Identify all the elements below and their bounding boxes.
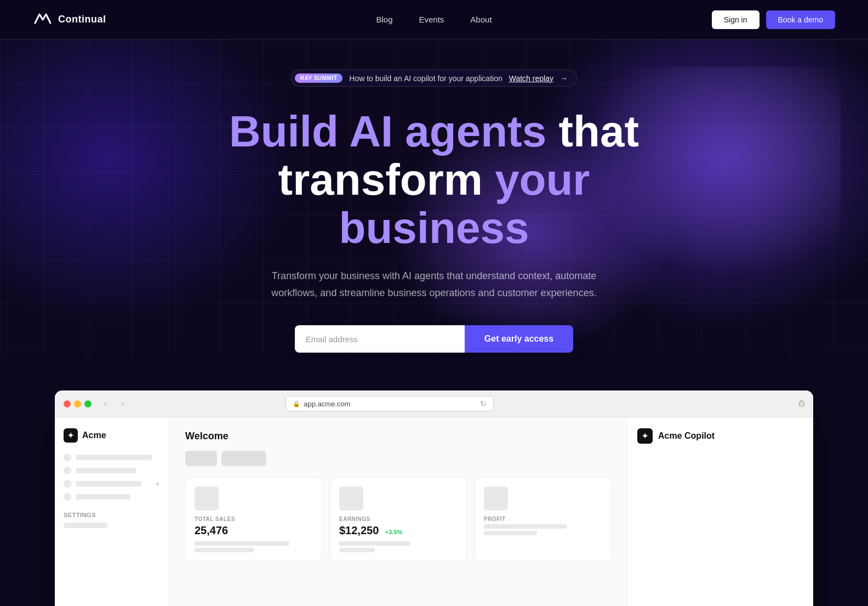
welcome-pill-2	[221, 451, 266, 466]
hero-section: RAY SUMMIT How to build an AI copilot fo…	[0, 39, 868, 358]
sidebar-row-1	[64, 454, 161, 461]
stat-sk-2b	[339, 548, 375, 552]
stat-label-3: PROFIT	[484, 516, 602, 522]
headline-line2: transform your business	[187, 156, 681, 252]
browser-forward-button[interactable]: ›	[116, 397, 130, 411]
stat-badge-earnings: +3.5%	[385, 529, 403, 535]
sk-bar-3	[76, 481, 141, 486]
stat-thumb-2	[339, 486, 363, 511]
hero-subtext: Transform your business with AI agents t…	[264, 268, 604, 301]
stat-bar-1	[195, 541, 313, 552]
signin-button[interactable]: Sign in	[712, 10, 760, 29]
banner-arrow: →	[560, 74, 568, 83]
stat-label-2: EARNINGS	[339, 516, 458, 522]
sk-dot-1	[64, 454, 71, 461]
traffic-light-yellow[interactable]	[74, 400, 81, 407]
sk-dot-4	[64, 493, 71, 501]
browser-window: ‹ › 🔒 app.acme.com ↻ ⎙ ✦ Acme	[55, 390, 813, 606]
sidebar-row-2	[64, 467, 161, 474]
welcome-pills	[185, 451, 612, 466]
sidebar-nav-skeleton: ▼	[64, 454, 161, 501]
headline-line1: Build AI agents that	[187, 107, 681, 156]
browser-actions: ⎙	[799, 399, 804, 409]
hero-content: RAY SUMMIT How to build an AI copilot fo…	[187, 70, 681, 353]
stat-sk-1b	[195, 548, 254, 552]
stat-card-total-sales: TOTAL SALES 25,476	[185, 477, 322, 562]
app-main: Welcome TOTAL SALES 25,476	[170, 417, 627, 606]
stat-thumb-3	[484, 486, 508, 511]
chevron-down-icon: ▼	[155, 481, 161, 487]
cta-row: Get early access	[295, 325, 573, 353]
copilot-icon: ✦	[637, 428, 653, 444]
hero-headline: Build AI agents that transform your busi…	[187, 107, 681, 252]
sk-dot-3	[64, 480, 71, 488]
headline-text-build-ai-agents: Build AI agents	[229, 107, 559, 156]
sk-dot-2	[64, 467, 71, 474]
copilot-label: Acme Copilot	[658, 431, 715, 441]
headline-text-that: that	[558, 107, 639, 156]
stat-bar-2	[339, 541, 458, 552]
traffic-light-red[interactable]	[64, 400, 71, 407]
sidebar-row-4	[64, 493, 161, 501]
stat-card-profit: PROFIT	[475, 477, 612, 562]
headline-text-transform: transform	[278, 155, 495, 204]
get-early-access-button[interactable]: Get early access	[465, 325, 573, 353]
brand-logo[interactable]: Continual	[33, 12, 106, 27]
book-demo-button[interactable]: Book a demo	[766, 10, 836, 29]
traffic-lights	[64, 400, 92, 407]
app-name: Acme	[82, 431, 106, 440]
brand-name: Continual	[58, 14, 106, 25]
nav-actions: Sign in Book a demo	[712, 10, 835, 29]
traffic-light-green[interactable]	[84, 400, 92, 407]
lock-icon: 🔒	[293, 400, 300, 407]
nav-about[interactable]: About	[470, 15, 492, 24]
welcome-heading: Welcome	[185, 431, 612, 442]
continual-logo-icon	[33, 12, 53, 27]
stat-bar-3	[484, 524, 602, 535]
nav-events[interactable]: Events	[419, 15, 444, 24]
sk-bar-4	[76, 494, 130, 500]
banner-text: How to build an AI copilot for your appl…	[349, 74, 502, 83]
stat-value-2: $12,250 +3.5%	[339, 524, 458, 537]
refresh-icon[interactable]: ↻	[480, 399, 487, 408]
app-sidebar: ✦ Acme ▼	[55, 417, 170, 606]
sidebar-settings-row	[64, 523, 161, 528]
stat-sk-2a	[339, 541, 410, 546]
stat-value-1: 25,476	[195, 524, 313, 537]
welcome-pill-1	[185, 451, 217, 466]
banner-pill: RAY SUMMIT How to build an AI copilot fo…	[291, 70, 577, 87]
banner-tag: RAY SUMMIT	[295, 73, 342, 83]
browser-content: ✦ Acme ▼	[55, 417, 813, 606]
browser-back-button[interactable]: ‹	[98, 397, 112, 411]
stat-label-1: TOTAL SALES	[195, 516, 313, 522]
navbar: Continual Blog Events About Sign in Book…	[0, 0, 868, 39]
stat-sk-3b	[484, 531, 537, 535]
copilot-header: ✦ Acme Copilot	[637, 428, 803, 444]
stat-card-earnings: EARNINGS $12,250 +3.5%	[330, 477, 467, 562]
share-button[interactable]: ⎙	[799, 399, 804, 409]
browser-url-bar[interactable]: 🔒 app.acme.com ↻	[285, 396, 494, 411]
stat-thumb-1	[195, 486, 219, 511]
app-logo-icon: ✦	[64, 428, 78, 443]
email-input[interactable]	[295, 325, 465, 353]
app-logo: ✦ Acme	[64, 428, 161, 443]
stat-sk-1a	[195, 541, 289, 546]
settings-label: SETTINGS	[64, 512, 161, 518]
copilot-panel: ✦ Acme Copilot	[627, 417, 813, 606]
sk-settings-bar	[64, 523, 107, 528]
browser-nav: ‹ ›	[98, 397, 130, 411]
stat-sk-3a	[484, 524, 567, 529]
watch-replay-link[interactable]: Watch replay	[509, 74, 553, 83]
sidebar-row-3: ▼	[64, 480, 161, 488]
browser-bar: ‹ › 🔒 app.acme.com ↻ ⎙	[55, 390, 813, 417]
sk-bar-1	[76, 455, 152, 460]
stats-row: TOTAL SALES 25,476 EARNINGS $	[185, 477, 612, 562]
nav-blog[interactable]: Blog	[376, 15, 392, 24]
sk-bar-2	[76, 468, 136, 473]
browser-url-text: app.acme.com	[304, 400, 350, 408]
browser-section: ‹ › 🔒 app.acme.com ↻ ⎙ ✦ Acme	[0, 390, 868, 606]
nav-links: Blog Events About	[376, 15, 492, 24]
